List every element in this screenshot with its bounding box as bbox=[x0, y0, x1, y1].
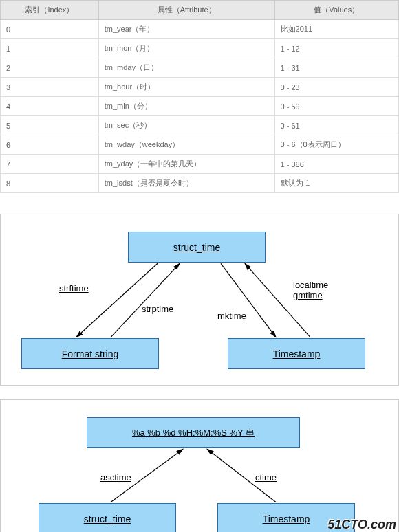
table-cell: 6 bbox=[1, 135, 99, 155]
svg-line-1 bbox=[111, 263, 180, 337]
table-cell: tm_mon（月） bbox=[98, 39, 274, 58]
table-row: 3tm_hour（时）0 - 23 bbox=[1, 78, 399, 97]
edge-label-localtime-gmtime: localtime gmtime bbox=[293, 280, 328, 300]
edge-label-ctime: ctime bbox=[255, 472, 277, 483]
table-row: 4tm_min（分）0 - 59 bbox=[1, 97, 399, 116]
table-cell: tm_isdst（是否是夏令时） bbox=[98, 174, 274, 193]
table-cell: 5 bbox=[1, 116, 99, 135]
table-cell: 0 - 61 bbox=[274, 116, 398, 135]
table-cell: 4 bbox=[1, 97, 99, 116]
struct-time-table: 索引（Index） 属性（Attribute） 值（Values） 0tm_ye… bbox=[0, 0, 399, 193]
svg-line-0 bbox=[76, 262, 159, 337]
table-cell: 0 - 6（0表示周日） bbox=[274, 135, 398, 155]
edge-label-asctime: asctime bbox=[100, 472, 131, 483]
table-cell: 1 bbox=[1, 39, 99, 58]
table-cell: 比如2011 bbox=[274, 20, 398, 39]
edge-label-strptime: strptime bbox=[142, 304, 173, 314]
node-struct-time: struct_time bbox=[128, 232, 266, 263]
table-row: 7tm_yday（一年中的第几天）1 - 366 bbox=[1, 155, 399, 174]
table-row: 1tm_mon（月）1 - 12 bbox=[1, 39, 399, 58]
node-struct-time-2: struct_time bbox=[39, 503, 176, 532]
table-cell: 1 - 31 bbox=[274, 58, 398, 78]
table-row: 2tm_mday（日）1 - 31 bbox=[1, 58, 399, 78]
asctime-ctime-diagram: %a %b %d %H:%M:%S %Y 串 struct_time Times… bbox=[0, 399, 399, 532]
node-timestamp: Timestamp bbox=[228, 338, 365, 369]
table-row: 6tm_wday（weekday）0 - 6（0表示周日） bbox=[1, 135, 399, 155]
table-cell: 1 - 12 bbox=[274, 39, 398, 58]
table-cell: tm_hour（时） bbox=[98, 78, 274, 97]
node-format-line: %a %b %d %H:%M:%S %Y 串 bbox=[87, 417, 300, 448]
table-cell: 3 bbox=[1, 78, 99, 97]
edge-label-mktime: mktime bbox=[217, 311, 246, 321]
table-cell: 0 bbox=[1, 20, 99, 39]
table-cell: tm_year（年） bbox=[98, 20, 274, 39]
table-row: 5tm_sec（秒）0 - 61 bbox=[1, 116, 399, 135]
table-cell: 0 - 23 bbox=[274, 78, 398, 97]
col-attribute: 属性（Attribute） bbox=[98, 1, 274, 20]
node-timestamp-2: Timestamp bbox=[217, 503, 355, 532]
col-index: 索引（Index） bbox=[1, 1, 99, 20]
table-cell: tm_sec（秒） bbox=[98, 116, 274, 135]
table-cell: tm_wday（weekday） bbox=[98, 135, 274, 155]
table-cell: 默认为-1 bbox=[274, 174, 398, 193]
table-cell: tm_yday（一年中的第几天） bbox=[98, 155, 274, 174]
edge-label-strftime: strftime bbox=[59, 283, 89, 293]
table-cell: 0 - 59 bbox=[274, 97, 398, 116]
table-cell: tm_mday（日） bbox=[98, 58, 274, 78]
table-cell: 2 bbox=[1, 58, 99, 78]
table-cell: 7 bbox=[1, 155, 99, 174]
svg-line-2 bbox=[221, 263, 276, 337]
table-cell: 8 bbox=[1, 174, 99, 193]
node-format-string: Format string bbox=[21, 338, 159, 369]
table-cell: 1 - 366 bbox=[274, 155, 398, 174]
time-conversion-diagram: struct_time Format string Timestamp strf… bbox=[0, 214, 399, 386]
table-row: 8tm_isdst（是否是夏令时）默认为-1 bbox=[1, 174, 399, 193]
table-row: 0tm_year（年）比如2011 bbox=[1, 20, 399, 39]
col-values: 值（Values） bbox=[274, 1, 398, 20]
table-cell: tm_min（分） bbox=[98, 97, 274, 116]
